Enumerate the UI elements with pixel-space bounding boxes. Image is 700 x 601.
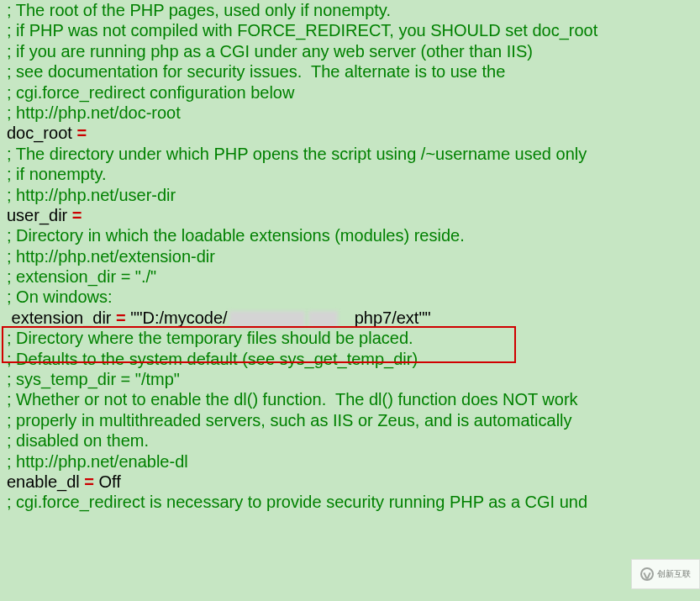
comment-line: ; extension_dir = "./" <box>7 266 693 287</box>
directive-key: doc_root <box>7 124 76 142</box>
comment-line: ; cgi.force_redirect is necessary to pro… <box>7 492 693 512</box>
equals-sign: = <box>116 308 126 327</box>
comment-line: ; if PHP was not compiled with FORCE_RED… <box>7 20 693 40</box>
equals-sign: = <box>72 206 82 224</box>
comment-line: ; if nonempty. <box>7 164 693 184</box>
redacted-text <box>229 311 305 328</box>
logo-icon <box>640 567 654 581</box>
directive-enable-dl: enable_dl = Off <box>7 472 693 492</box>
comment-line: ; if you are running php as a CGI under … <box>7 41 693 61</box>
comment-line: ; http://php.net/enable-dl <box>7 451 693 472</box>
comment-line: ; On windows: <box>7 287 693 307</box>
directive-user-dir: user_dir = <box>7 205 693 225</box>
comment-line: ; Whether or not to enable the dl() func… <box>7 389 693 409</box>
watermark-logo: 创新互联 <box>631 559 700 589</box>
comment-line: ; The directory under which PHP opens th… <box>7 144 693 164</box>
comment-line: ; http://php.net/doc-root <box>7 103 693 123</box>
ini-file-content: ; The root of the PHP pages, used only i… <box>7 0 693 513</box>
redacted-text <box>308 311 338 328</box>
comment-line: ; cgi.force_redirect configuration below <box>7 82 693 103</box>
directive-value-part: ""D:/mycode/ <box>126 308 228 327</box>
comment-line: ; http://php.net/user-dir <box>7 185 693 205</box>
comment-line: ; The root of the PHP pages, used only i… <box>7 0 693 20</box>
equals-sign: = <box>76 124 87 142</box>
directive-key: user_dir <box>7 206 72 224</box>
comment-line: ; http://php.net/extension-dir <box>7 246 693 266</box>
equals-sign: = <box>84 472 94 491</box>
logo-text: 创新互联 <box>657 570 691 578</box>
comment-line: ; Directory where the temporary files sh… <box>7 328 693 348</box>
comment-line: ; sys_temp_dir = "/tmp" <box>7 369 693 389</box>
directive-value: Off <box>94 472 121 491</box>
comment-line: ; see documentation for security issues.… <box>7 61 693 82</box>
comment-line: ; Defaults to the system default (see sy… <box>7 349 693 369</box>
comment-line: ; Directory in which the loadable extens… <box>7 225 693 245</box>
directive-doc-root: doc_root = <box>7 123 693 143</box>
comment-line: ; disabled on them. <box>7 430 693 451</box>
directive-extension-dir: extension_dir = ""D:/mycode/php7/ext"" <box>7 308 693 328</box>
comment-line: ; properly in multithreaded servers, suc… <box>7 410 693 430</box>
directive-key: extension_dir <box>7 308 116 327</box>
directive-value-part: php7/ext"" <box>355 308 431 327</box>
directive-key: enable_dl <box>7 472 84 491</box>
